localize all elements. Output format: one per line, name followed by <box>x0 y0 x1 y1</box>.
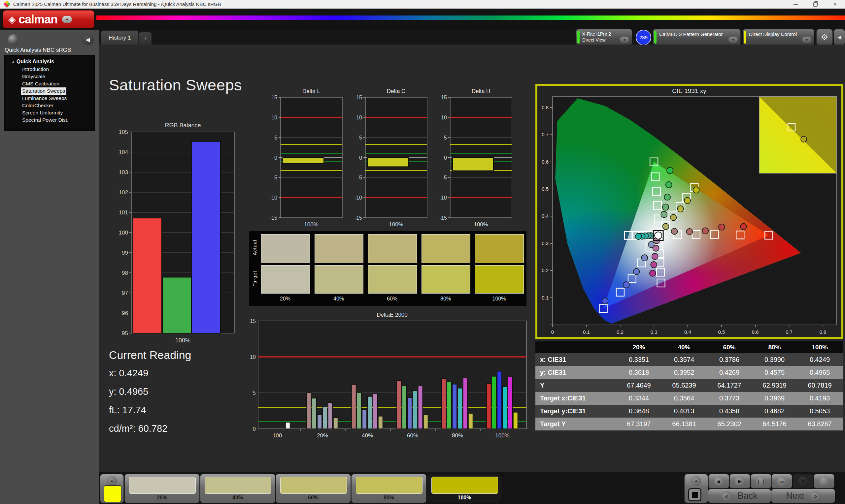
actual-swatch-100% <box>475 234 524 263</box>
infinite-button[interactable]: ∞ <box>771 474 792 488</box>
pattern-window-button[interactable] <box>688 488 701 501</box>
sidebar-collapse-button[interactable]: ◀ <box>82 34 94 46</box>
actual-swatch-60% <box>368 234 417 263</box>
settings-button[interactable]: ⚙ <box>816 29 833 45</box>
measured-marker-cyan <box>635 233 642 239</box>
x-tick-label: 0.7 <box>786 329 793 335</box>
x-axis-label: 100% <box>175 337 191 344</box>
current-reading-line: x: 0.4249 <box>109 368 148 379</box>
tree-root-quick-analysis[interactable]: ◢Quick Analysis <box>12 58 95 66</box>
swatch-column-label: 80% <box>422 296 470 302</box>
table-cell: 0.3952 <box>662 369 707 376</box>
measured-marker-blue <box>633 269 640 275</box>
refresh-button[interactable]: ↻ <box>793 474 813 488</box>
deltae-bar <box>368 396 372 429</box>
x-group-label: 80% <box>452 432 463 439</box>
y-tick-label: 100 <box>119 230 128 236</box>
display-control-dropdown[interactable]: Direct Display Control ▼ <box>743 29 814 45</box>
pattern-button-40%[interactable]: 40% <box>200 474 275 503</box>
workflow-sphere-button[interactable] <box>8 34 19 46</box>
step-button[interactable]: [··] <box>751 474 771 488</box>
sidebar-item-spectral-power-dist[interactable]: Spectral Power Dist. <box>21 116 70 124</box>
y-tick-label: 10 <box>356 115 362 120</box>
deltae-bar <box>463 378 468 429</box>
current-reading-line: cd/m²: 60.782 <box>109 423 168 434</box>
table-cell: 67.3197 <box>616 420 662 428</box>
table-cell: 64.5176 <box>752 420 797 428</box>
table-cell: 0.4965 <box>797 369 842 376</box>
add-tab-button[interactable]: + <box>139 32 152 44</box>
meter-dropdown[interactable]: X-Rite i1Pro 2 Direct View ▼ <box>576 29 632 45</box>
sidebar-item-grayscale[interactable]: Grayscale <box>21 73 47 80</box>
measurement-table: 20%40%60%80%100%x: CIE310.33510.35740.37… <box>535 341 843 434</box>
current-reading-heading: Current Reading <box>109 349 191 361</box>
pattern-button-label: 60% <box>276 495 351 501</box>
pattern-button-label: 100% <box>427 495 502 501</box>
table-cell: 0.3648 <box>616 407 662 415</box>
x-axis-label: 100% <box>304 221 318 228</box>
y-tick-label: 99 <box>122 250 128 256</box>
up-arrow-icon: ▲ <box>694 479 698 483</box>
table-cell: 0.4682 <box>752 407 797 415</box>
table-cell: 0.3344 <box>616 395 662 402</box>
sidebar-item-colorchecker[interactable]: ColorChecker <box>21 102 55 109</box>
chevron-down-icon: ▼ <box>62 16 72 23</box>
measured-marker-green <box>667 167 673 174</box>
play-button[interactable]: ▶ <box>729 474 750 488</box>
next-button[interactable]: Next » <box>771 489 835 503</box>
deltae-bar <box>418 386 423 429</box>
x-tick-label: 0.5 <box>718 329 725 335</box>
up-arrow-icon: ▲ <box>110 479 114 483</box>
deltae-bar <box>378 416 383 429</box>
table-cell: 0.3786 <box>707 356 752 363</box>
minimize-button[interactable] <box>786 0 805 8</box>
y-tick-label: 0 <box>253 426 256 432</box>
chevron-down-icon: ▼ <box>620 37 629 43</box>
deltae-bar <box>458 388 462 429</box>
pattern-button-20%[interactable]: 20% <box>124 474 200 503</box>
sidebar-item-cms-calibration[interactable]: CMS Calibration <box>21 80 61 87</box>
measured-marker-green <box>661 212 667 218</box>
cie-1931-chart: CIE 1931 xy00.10.10.20.20.30.30.40.40.50… <box>535 84 843 339</box>
pattern-chip <box>432 476 498 494</box>
tab-history-1[interactable]: History 1 <box>101 30 139 45</box>
back-button[interactable]: « Back <box>708 489 771 503</box>
pattern-button-100%[interactable]: 100% <box>427 474 502 503</box>
x-tick-label: 0.1 <box>583 329 590 335</box>
blank-button[interactable] <box>814 474 834 488</box>
y-tick-label: -10 <box>270 195 277 200</box>
sidebar-item-luminance-sweeps[interactable]: Luminance Sweeps <box>21 95 68 102</box>
close-button[interactable]: × <box>825 0 845 8</box>
y-tick-label: 0.7 <box>542 132 549 137</box>
table-cell: 0.3574 <box>662 356 707 363</box>
collapse-up-button[interactable]: ▲ <box>107 476 117 486</box>
pattern-button-60%[interactable]: 60% <box>276 474 351 503</box>
sidebar-item-saturation-sweeps[interactable]: Saturation Sweeps <box>21 87 66 95</box>
deltae-bar <box>452 384 457 429</box>
measured-marker-yellow <box>684 198 690 204</box>
stop-button[interactable]: ■ <box>708 474 729 488</box>
y-tick-label: 5 <box>444 135 447 141</box>
pattern-button-80%[interactable]: 80% <box>351 474 426 503</box>
next-label: Next <box>786 491 805 501</box>
sidebar-item-screen-uniformity[interactable]: Screen Uniformity <box>21 109 64 116</box>
measured-marker-red <box>686 229 692 235</box>
y-tick-label: 0 <box>274 155 277 161</box>
y-tick-label: 5 <box>274 135 277 141</box>
y-tick-label: -15 <box>439 215 447 221</box>
calman-menu-button[interactable]: ◈ calman ▼ <box>3 10 94 29</box>
actual-swatch-80% <box>422 234 470 263</box>
table-cell: 0.3564 <box>662 395 707 402</box>
pattern-generator-dropdown[interactable]: CalMED 3 Pattern Generator ▼ <box>653 29 741 45</box>
table-cell: 0.4013 <box>662 407 707 415</box>
y-tick-label: 105 <box>119 129 128 135</box>
collapse-up-button[interactable]: ▲ <box>691 476 701 486</box>
target-swatch-100% <box>475 265 524 293</box>
y-tick-label: 10 <box>250 354 256 360</box>
chart-title: RGB Balance <box>165 122 201 129</box>
sidebar-item-introduction[interactable]: Introduction <box>21 66 50 73</box>
restore-button[interactable] <box>805 0 825 8</box>
panel-collapse-button[interactable]: ◀ <box>834 29 845 45</box>
table-column-header: 80% <box>752 344 797 351</box>
measured-marker-red <box>719 224 725 230</box>
